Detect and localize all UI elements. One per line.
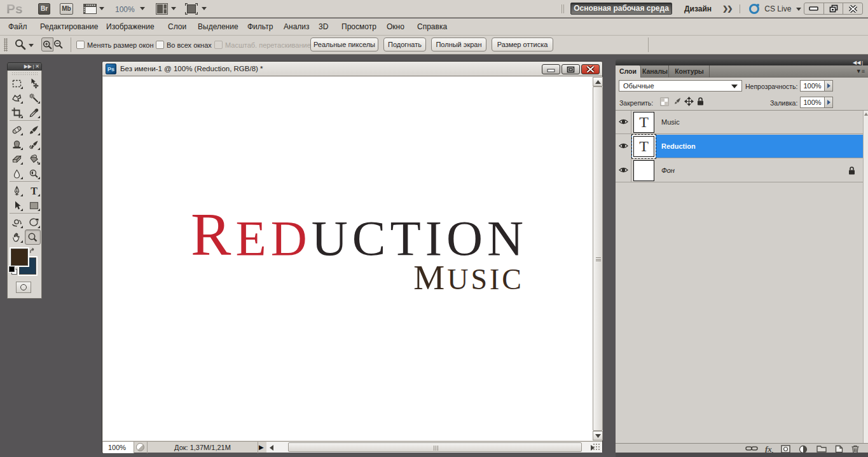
svg-text:T: T <box>31 186 38 196</box>
